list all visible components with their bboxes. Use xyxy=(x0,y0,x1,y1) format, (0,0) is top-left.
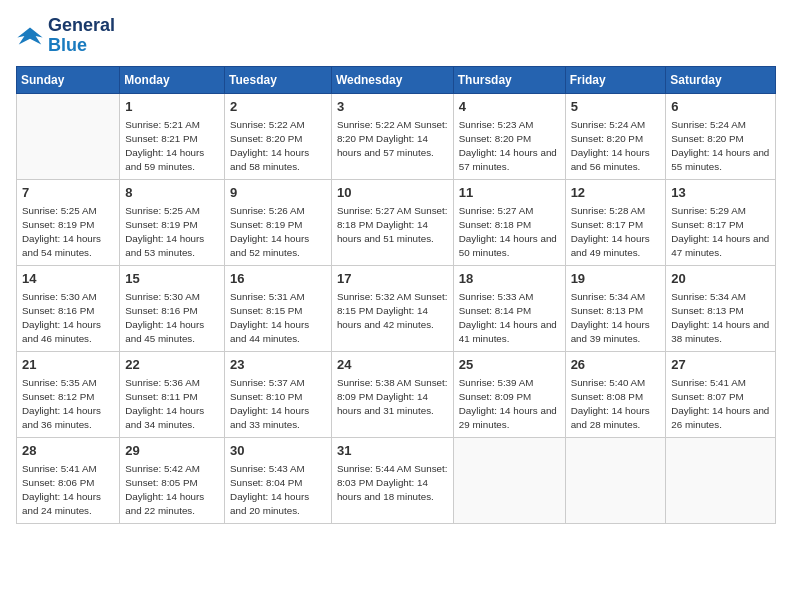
day-number: 30 xyxy=(230,442,326,460)
calendar-cell: 20Sunrise: 5:34 AM Sunset: 8:13 PM Dayli… xyxy=(666,265,776,351)
day-info: Sunrise: 5:33 AM Sunset: 8:14 PM Dayligh… xyxy=(459,290,560,347)
day-info: Sunrise: 5:34 AM Sunset: 8:13 PM Dayligh… xyxy=(571,290,661,347)
day-info: Sunrise: 5:22 AM Sunset: 8:20 PM Dayligh… xyxy=(230,118,326,175)
logo-text-blue: Blue xyxy=(48,36,115,56)
day-info: Sunrise: 5:27 AM Sunset: 8:18 PM Dayligh… xyxy=(459,204,560,261)
calendar-cell: 4Sunrise: 5:23 AM Sunset: 8:20 PM Daylig… xyxy=(453,93,565,179)
calendar-cell: 17Sunrise: 5:32 AM Sunset: 8:15 PM Dayli… xyxy=(331,265,453,351)
day-number: 19 xyxy=(571,270,661,288)
day-number: 12 xyxy=(571,184,661,202)
day-number: 24 xyxy=(337,356,448,374)
calendar-cell: 6Sunrise: 5:24 AM Sunset: 8:20 PM Daylig… xyxy=(666,93,776,179)
day-number: 29 xyxy=(125,442,219,460)
day-number: 15 xyxy=(125,270,219,288)
calendar-cell: 12Sunrise: 5:28 AM Sunset: 8:17 PM Dayli… xyxy=(565,179,666,265)
column-header-wednesday: Wednesday xyxy=(331,66,453,93)
calendar-table: SundayMondayTuesdayWednesdayThursdayFrid… xyxy=(16,66,776,524)
day-number: 4 xyxy=(459,98,560,116)
day-info: Sunrise: 5:26 AM Sunset: 8:19 PM Dayligh… xyxy=(230,204,326,261)
logo-text-general: General xyxy=(48,16,115,36)
day-info: Sunrise: 5:34 AM Sunset: 8:13 PM Dayligh… xyxy=(671,290,770,347)
calendar-cell: 24Sunrise: 5:38 AM Sunset: 8:09 PM Dayli… xyxy=(331,351,453,437)
calendar-cell: 3Sunrise: 5:22 AM Sunset: 8:20 PM Daylig… xyxy=(331,93,453,179)
day-info: Sunrise: 5:30 AM Sunset: 8:16 PM Dayligh… xyxy=(22,290,114,347)
day-number: 28 xyxy=(22,442,114,460)
day-number: 2 xyxy=(230,98,326,116)
day-number: 18 xyxy=(459,270,560,288)
day-info: Sunrise: 5:25 AM Sunset: 8:19 PM Dayligh… xyxy=(125,204,219,261)
calendar-cell: 19Sunrise: 5:34 AM Sunset: 8:13 PM Dayli… xyxy=(565,265,666,351)
day-info: Sunrise: 5:31 AM Sunset: 8:15 PM Dayligh… xyxy=(230,290,326,347)
day-number: 26 xyxy=(571,356,661,374)
page-header: General Blue xyxy=(16,16,776,56)
day-info: Sunrise: 5:21 AM Sunset: 8:21 PM Dayligh… xyxy=(125,118,219,175)
calendar-cell xyxy=(453,437,565,523)
calendar-cell xyxy=(565,437,666,523)
calendar-week-3: 14Sunrise: 5:30 AM Sunset: 8:16 PM Dayli… xyxy=(17,265,776,351)
day-number: 10 xyxy=(337,184,448,202)
day-number: 6 xyxy=(671,98,770,116)
day-info: Sunrise: 5:39 AM Sunset: 8:09 PM Dayligh… xyxy=(459,376,560,433)
day-info: Sunrise: 5:44 AM Sunset: 8:03 PM Dayligh… xyxy=(337,462,448,505)
day-info: Sunrise: 5:40 AM Sunset: 8:08 PM Dayligh… xyxy=(571,376,661,433)
calendar-week-2: 7Sunrise: 5:25 AM Sunset: 8:19 PM Daylig… xyxy=(17,179,776,265)
calendar-cell: 18Sunrise: 5:33 AM Sunset: 8:14 PM Dayli… xyxy=(453,265,565,351)
day-info: Sunrise: 5:41 AM Sunset: 8:07 PM Dayligh… xyxy=(671,376,770,433)
day-info: Sunrise: 5:41 AM Sunset: 8:06 PM Dayligh… xyxy=(22,462,114,519)
day-info: Sunrise: 5:24 AM Sunset: 8:20 PM Dayligh… xyxy=(571,118,661,175)
calendar-header-row: SundayMondayTuesdayWednesdayThursdayFrid… xyxy=(17,66,776,93)
column-header-saturday: Saturday xyxy=(666,66,776,93)
column-header-tuesday: Tuesday xyxy=(225,66,332,93)
day-number: 22 xyxy=(125,356,219,374)
day-number: 25 xyxy=(459,356,560,374)
calendar-week-4: 21Sunrise: 5:35 AM Sunset: 8:12 PM Dayli… xyxy=(17,351,776,437)
day-info: Sunrise: 5:30 AM Sunset: 8:16 PM Dayligh… xyxy=(125,290,219,347)
calendar-cell: 29Sunrise: 5:42 AM Sunset: 8:05 PM Dayli… xyxy=(120,437,225,523)
calendar-cell: 7Sunrise: 5:25 AM Sunset: 8:19 PM Daylig… xyxy=(17,179,120,265)
day-info: Sunrise: 5:36 AM Sunset: 8:11 PM Dayligh… xyxy=(125,376,219,433)
day-number: 3 xyxy=(337,98,448,116)
day-info: Sunrise: 5:37 AM Sunset: 8:10 PM Dayligh… xyxy=(230,376,326,433)
day-info: Sunrise: 5:42 AM Sunset: 8:05 PM Dayligh… xyxy=(125,462,219,519)
day-info: Sunrise: 5:43 AM Sunset: 8:04 PM Dayligh… xyxy=(230,462,326,519)
calendar-cell: 13Sunrise: 5:29 AM Sunset: 8:17 PM Dayli… xyxy=(666,179,776,265)
day-info: Sunrise: 5:35 AM Sunset: 8:12 PM Dayligh… xyxy=(22,376,114,433)
column-header-thursday: Thursday xyxy=(453,66,565,93)
day-info: Sunrise: 5:27 AM Sunset: 8:18 PM Dayligh… xyxy=(337,204,448,247)
day-number: 27 xyxy=(671,356,770,374)
calendar-cell: 22Sunrise: 5:36 AM Sunset: 8:11 PM Dayli… xyxy=(120,351,225,437)
calendar-cell: 23Sunrise: 5:37 AM Sunset: 8:10 PM Dayli… xyxy=(225,351,332,437)
column-header-monday: Monday xyxy=(120,66,225,93)
day-number: 20 xyxy=(671,270,770,288)
day-info: Sunrise: 5:22 AM Sunset: 8:20 PM Dayligh… xyxy=(337,118,448,161)
day-info: Sunrise: 5:32 AM Sunset: 8:15 PM Dayligh… xyxy=(337,290,448,333)
day-number: 16 xyxy=(230,270,326,288)
calendar-cell: 27Sunrise: 5:41 AM Sunset: 8:07 PM Dayli… xyxy=(666,351,776,437)
day-number: 14 xyxy=(22,270,114,288)
day-number: 7 xyxy=(22,184,114,202)
calendar-cell: 14Sunrise: 5:30 AM Sunset: 8:16 PM Dayli… xyxy=(17,265,120,351)
calendar-cell: 26Sunrise: 5:40 AM Sunset: 8:08 PM Dayli… xyxy=(565,351,666,437)
day-info: Sunrise: 5:24 AM Sunset: 8:20 PM Dayligh… xyxy=(671,118,770,175)
calendar-cell xyxy=(666,437,776,523)
day-number: 9 xyxy=(230,184,326,202)
calendar-cell: 2Sunrise: 5:22 AM Sunset: 8:20 PM Daylig… xyxy=(225,93,332,179)
calendar-cell: 30Sunrise: 5:43 AM Sunset: 8:04 PM Dayli… xyxy=(225,437,332,523)
calendar-cell: 31Sunrise: 5:44 AM Sunset: 8:03 PM Dayli… xyxy=(331,437,453,523)
calendar-week-1: 1Sunrise: 5:21 AM Sunset: 8:21 PM Daylig… xyxy=(17,93,776,179)
day-number: 11 xyxy=(459,184,560,202)
day-info: Sunrise: 5:28 AM Sunset: 8:17 PM Dayligh… xyxy=(571,204,661,261)
calendar-cell: 8Sunrise: 5:25 AM Sunset: 8:19 PM Daylig… xyxy=(120,179,225,265)
calendar-cell: 16Sunrise: 5:31 AM Sunset: 8:15 PM Dayli… xyxy=(225,265,332,351)
day-number: 21 xyxy=(22,356,114,374)
calendar-week-5: 28Sunrise: 5:41 AM Sunset: 8:06 PM Dayli… xyxy=(17,437,776,523)
day-number: 5 xyxy=(571,98,661,116)
day-number: 31 xyxy=(337,442,448,460)
day-number: 17 xyxy=(337,270,448,288)
svg-marker-0 xyxy=(17,27,42,44)
day-info: Sunrise: 5:25 AM Sunset: 8:19 PM Dayligh… xyxy=(22,204,114,261)
logo-bird-icon xyxy=(16,22,44,50)
calendar-cell: 9Sunrise: 5:26 AM Sunset: 8:19 PM Daylig… xyxy=(225,179,332,265)
column-header-sunday: Sunday xyxy=(17,66,120,93)
day-info: Sunrise: 5:38 AM Sunset: 8:09 PM Dayligh… xyxy=(337,376,448,419)
